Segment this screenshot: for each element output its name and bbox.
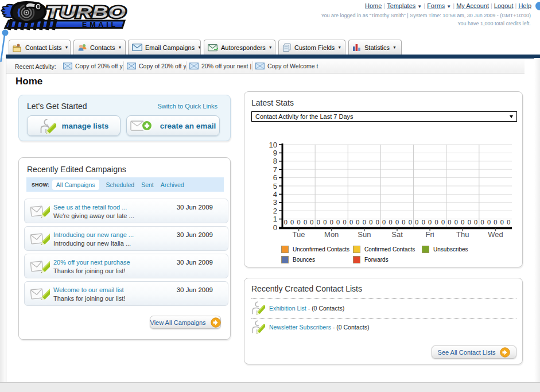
svg-text:0: 0	[284, 219, 288, 226]
svg-text:Tue: Tue	[293, 230, 305, 239]
svg-text:0: 0	[273, 223, 277, 232]
svg-text:Sun: Sun	[358, 230, 371, 239]
svg-text:0: 0	[422, 219, 425, 226]
svg-text:5: 5	[273, 182, 277, 191]
svg-text:0: 0	[481, 219, 484, 226]
svg-text:0: 0	[317, 219, 320, 226]
svg-text:0: 0	[395, 219, 399, 226]
svg-text:4: 4	[273, 190, 277, 199]
svg-text:0: 0	[356, 219, 359, 226]
svg-text:0: 0	[310, 219, 313, 226]
svg-text:0: 0	[376, 219, 379, 226]
svg-text:0: 0	[494, 219, 497, 226]
svg-text:0: 0	[323, 219, 327, 226]
svg-text:0: 0	[474, 219, 477, 226]
svg-text:7: 7	[273, 165, 277, 174]
svg-text:0: 0	[363, 219, 366, 226]
svg-text:Mon: Mon	[324, 230, 339, 239]
svg-text:1: 1	[273, 215, 277, 223]
svg-text:0: 0	[330, 219, 333, 226]
svg-text:8: 8	[273, 157, 277, 165]
svg-text:0: 0	[468, 219, 471, 226]
svg-text:0: 0	[382, 219, 386, 226]
svg-text:2: 2	[273, 207, 277, 215]
svg-text:0: 0	[454, 219, 458, 226]
svg-text:0: 0	[448, 219, 451, 226]
svg-text:0: 0	[290, 219, 294, 226]
svg-text:0: 0	[507, 219, 510, 226]
svg-text:0: 0	[389, 219, 393, 226]
svg-text:0: 0	[500, 219, 504, 226]
svg-text:Thu: Thu	[456, 230, 469, 239]
svg-text:0: 0	[343, 219, 347, 226]
svg-text:TURBO: TURBO	[46, 3, 126, 21]
svg-text:0: 0	[441, 219, 445, 226]
svg-text:0: 0	[487, 219, 491, 226]
svg-text:6: 6	[273, 173, 277, 182]
svg-text:EMAIL: EMAIL	[82, 21, 118, 29]
svg-text:0: 0	[435, 219, 438, 226]
svg-text:0: 0	[304, 219, 307, 226]
svg-text:0: 0	[402, 219, 405, 226]
svg-text:3: 3	[273, 198, 277, 207]
svg-text:10: 10	[269, 141, 277, 149]
svg-text:Fri: Fri	[426, 230, 434, 239]
svg-text:0: 0	[349, 219, 353, 226]
svg-text:0: 0	[336, 219, 340, 226]
svg-text:0: 0	[461, 219, 464, 226]
svg-text:0: 0	[409, 219, 412, 226]
svg-text:0: 0	[369, 219, 372, 226]
svg-text:0: 0	[428, 219, 432, 226]
svg-text:0: 0	[297, 219, 301, 226]
svg-text:Wed: Wed	[488, 230, 503, 239]
svg-text:0: 0	[415, 219, 418, 226]
svg-text:Sat: Sat	[391, 230, 403, 239]
svg-text:9: 9	[273, 149, 277, 157]
